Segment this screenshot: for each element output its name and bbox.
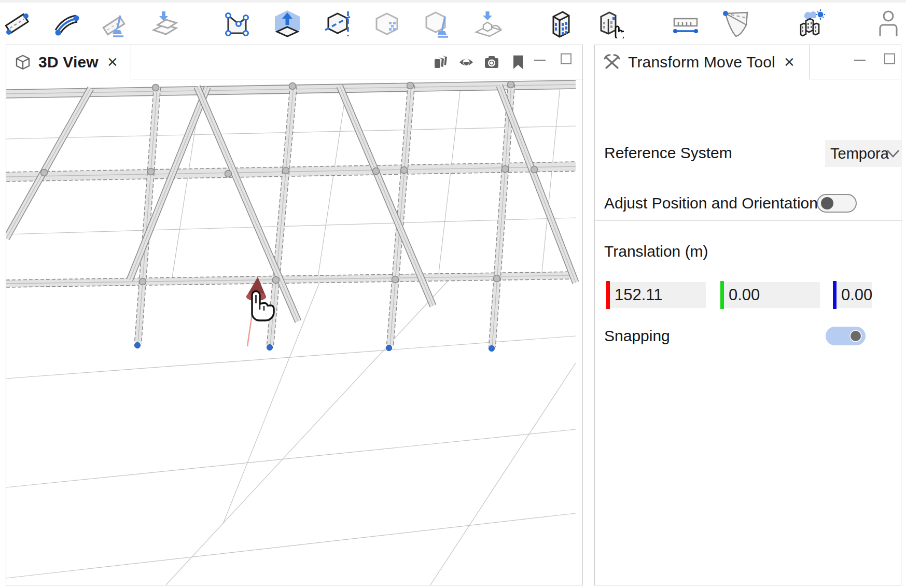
- reference-system-label: Reference System: [604, 144, 732, 162]
- snapping-label: Snapping: [604, 327, 670, 345]
- snap-point: [267, 345, 273, 351]
- transform-move-panel: Transform Move Tool ✕ Reference System T…: [594, 45, 901, 585]
- transform-minimize-button[interactable]: [854, 60, 866, 61]
- transform-panel-header: Transform Move Tool ✕: [595, 45, 901, 79]
- extrude-tool-button[interactable]: [272, 8, 303, 40]
- view3d-panel: 3D View ✕: [6, 45, 583, 585]
- view-frustum-tool-button[interactable]: [720, 8, 751, 40]
- adjust-position-toggle[interactable]: [817, 194, 857, 213]
- layers-icon[interactable]: [431, 52, 451, 72]
- measure-tool-button[interactable]: [670, 8, 701, 40]
- voxel-fill-tool-button[interactable]: [372, 8, 403, 40]
- translation-x-field[interactable]: 152.11: [606, 282, 706, 308]
- polygon-draw-tool-button[interactable]: [222, 8, 253, 40]
- road-cleanup-tool-button[interactable]: [101, 8, 132, 40]
- toggle-knob: [821, 197, 833, 209]
- building-tool-button[interactable]: [544, 8, 575, 40]
- snap-point: [135, 343, 141, 348]
- bookmark-icon[interactable]: [508, 52, 528, 72]
- camera-icon[interactable]: [482, 52, 501, 72]
- city-environment-tool-button[interactable]: [796, 8, 827, 40]
- eye-icon[interactable]: [456, 52, 476, 72]
- snapping-toggle[interactable]: [826, 327, 866, 345]
- scene-canvas: [6, 79, 582, 585]
- adjust-position-label: Adjust Position and Orientation: [604, 194, 818, 212]
- building-select-tool-button[interactable]: [594, 8, 625, 40]
- reference-system-dropdown[interactable]: Tempora: [825, 140, 902, 167]
- cube-icon: [15, 54, 31, 71]
- tools-icon: [603, 53, 621, 71]
- snap-point: [489, 346, 495, 352]
- view3d-minimize-button[interactable]: [534, 60, 546, 61]
- view3d-tab-title: 3D View: [38, 53, 99, 71]
- chevron-down-icon: [885, 147, 901, 162]
- road-straight-tool-button[interactable]: [2, 8, 33, 40]
- user-profile-button[interactable]: [873, 8, 904, 40]
- transform-maximize-button[interactable]: [884, 53, 895, 64]
- viewport-3d[interactable]: [6, 79, 582, 585]
- transform-tab-title: Transform Move Tool: [628, 53, 775, 71]
- view3d-tab-close-button[interactable]: ✕: [107, 55, 118, 69]
- tab-3d-view[interactable]: 3D View ✕: [6, 45, 131, 79]
- tab-transform-move-tool[interactable]: Transform Move Tool ✕: [595, 45, 810, 79]
- mesh-cleanup-tool-button[interactable]: [422, 8, 453, 40]
- main-toolbar: [0, 3, 906, 45]
- z-axis-color-bar: [833, 281, 837, 309]
- slice-tool-button[interactable]: [323, 8, 354, 40]
- surface-layers-tool-button[interactable]: [149, 8, 180, 40]
- translation-z-field[interactable]: 0.00: [833, 282, 872, 308]
- translation-y-value: 0.00: [729, 286, 760, 304]
- snap-point: [386, 345, 392, 351]
- road-curve-tool-button[interactable]: [50, 8, 81, 40]
- reference-system-value: Tempora: [830, 145, 889, 162]
- translation-label: Translation (m): [604, 243, 708, 260]
- transform-tab-close-button[interactable]: ✕: [784, 55, 795, 69]
- translation-x-value: 152.11: [615, 286, 663, 304]
- transform-panel-body: Reference System Tempora Adjust Position…: [595, 79, 901, 585]
- toggle-knob: [849, 330, 862, 342]
- section-divider: [595, 220, 902, 221]
- translation-z-value: 0.00: [841, 286, 872, 304]
- view3d-panel-header: 3D View ✕: [6, 45, 582, 79]
- x-axis-color-bar: [606, 281, 610, 309]
- y-axis-color-bar: [720, 281, 724, 309]
- view3d-maximize-button[interactable]: [561, 53, 572, 64]
- terrain-place-tool-button[interactable]: [473, 8, 504, 40]
- translation-y-field[interactable]: 0.00: [720, 282, 820, 308]
